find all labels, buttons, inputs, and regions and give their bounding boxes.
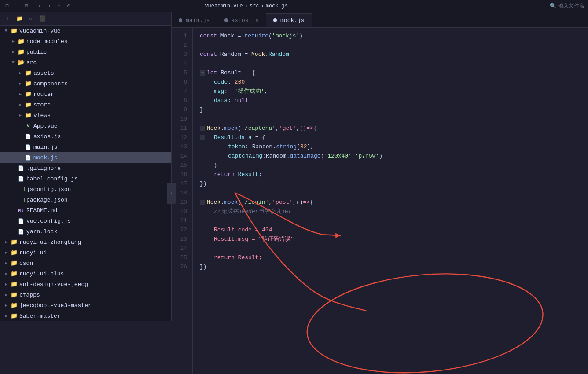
sidebar-item-label: public: [26, 49, 168, 55]
collapse-btn-19[interactable]: −: [200, 200, 205, 205]
sidebar-header: + 📁 ↺ ⬛: [0, 12, 171, 26]
tab-axios-js[interactable]: axios.js: [217, 13, 266, 27]
sidebar-item-jsconfig[interactable]: ▶ [ ] jsconfig.json: [0, 184, 171, 194]
sidebar-item-ruoyi-plus[interactable]: ▶ 📁 ruoyi-ui-plus: [0, 268, 171, 279]
line-num-4: 4: [172, 59, 192, 68]
new-file-icon[interactable]: +: [4, 15, 12, 23]
forward-icon[interactable]: ›: [46, 3, 53, 10]
collapse-all-icon[interactable]: ⬛: [38, 15, 47, 23]
lock-file-icon: 📄: [18, 228, 25, 235]
folder-icon: 📁: [25, 112, 32, 119]
sidebar-item-ruoyi-ui[interactable]: ▶ 📁 ruoyi-ui: [0, 247, 171, 258]
new-folder-icon[interactable]: 📁: [15, 15, 24, 23]
sidebar-item-label: views: [33, 112, 168, 119]
sidebar-item-csdn[interactable]: ▶ 📁 csdn: [0, 258, 171, 268]
line-num-5: 5: [172, 68, 192, 77]
sidebar-item-main-js[interactable]: ▶ 📄 main.js: [0, 142, 171, 152]
folder-icon: 📁: [18, 48, 25, 55]
js-file-icon: 📄: [25, 133, 32, 140]
line-num-11: 11: [172, 124, 192, 133]
titlebar-search: 🔍 输入文件名: [550, 2, 584, 10]
sidebar-item-vue-config[interactable]: ▶ 📄 vue.config.js: [0, 216, 171, 226]
folder-icon: 📁: [11, 270, 18, 277]
folder-icon: 📁: [11, 260, 18, 267]
sidebar-item-jeecgboot[interactable]: ▶ 📁 jeecgboot-vue3-master: [0, 300, 171, 311]
line-num-16: 16: [172, 170, 192, 179]
line-num-1: 1: [172, 31, 192, 40]
collapse-btn-5[interactable]: −: [200, 70, 205, 76]
sidebar-item-readme[interactable]: ▶ M↓ README.md: [0, 205, 171, 216]
tab-label: mock.js: [280, 17, 305, 24]
code-editor[interactable]: 1 2 3 4 5 6 7 8 9 10 11 12 13 14 15 16 1: [172, 28, 588, 374]
folder-icon: 📁: [11, 27, 18, 34]
sidebar-item-router[interactable]: ▶ 📁 router: [0, 89, 171, 99]
breadcrumb-file: mock.js: [266, 3, 288, 9]
collapse-btn-11[interactable]: −: [200, 126, 205, 131]
sidebar-item-components[interactable]: ▶ 📁 components: [0, 78, 171, 89]
sidebar-item-label: yarn.lock: [26, 228, 168, 235]
titlebar-icons: ⊞ — ⊡ ‹ › ⌂ ⊙: [4, 3, 72, 10]
line-num-14: 14: [172, 151, 192, 161]
code-line-23: Result.msg = "验证码错误": [200, 235, 588, 244]
sidebar-item-gitignore[interactable]: ▶ 📄 .gitignore: [0, 163, 171, 173]
js-file-icon-active: 📄: [25, 154, 32, 161]
sidebar-item-ant-design[interactable]: ▶ 📁 ant-design-vue-jeecg: [0, 279, 171, 290]
grid-icon[interactable]: ⊞: [4, 3, 11, 10]
code-line-12: − Result.data = {: [200, 133, 588, 142]
sidebar-item-saber[interactable]: ▶ 📁 Saber-master: [0, 311, 171, 321]
sidebar-item-ruoyi-zhongbang[interactable]: ▶ 📁 ruoyi-ui-zhongbang: [0, 237, 171, 247]
tree-arrow-open: ▶: [11, 60, 16, 65]
folder-icon: 📁: [11, 302, 18, 309]
line-num-21: 21: [172, 216, 192, 225]
sidebar-item-app-vue[interactable]: ▶ V App.vue: [0, 121, 171, 131]
sidebar-item-axios-js[interactable]: ▶ 📄 axios.js: [0, 131, 171, 142]
tab-mock-js[interactable]: mock.js: [266, 13, 312, 27]
sidebar-item-yarn-lock[interactable]: ▶ 📄 yarn.lock: [0, 226, 171, 237]
refresh-icon[interactable]: ↺: [26, 15, 35, 23]
sidebar-item-src[interactable]: ▶ 📂 src: [0, 57, 171, 68]
code-line-21: [200, 216, 588, 225]
sidebar-item-bfapps[interactable]: ▶ 📁 bfapps: [0, 290, 171, 300]
code-line-2: [200, 40, 588, 50]
history-icon[interactable]: ⊙: [65, 3, 72, 10]
sidebar-item-store[interactable]: ▶ 📁 store: [0, 99, 171, 110]
sidebar-item-babel-config[interactable]: ▶ 📄 babel.config.js: [0, 173, 171, 184]
tab-label: axios.js: [232, 17, 259, 24]
code-line-20: //无法在header当中存入jwt: [200, 207, 588, 216]
md-file-icon: M↓: [18, 207, 25, 214]
collapse-sidebar-button[interactable]: ‹: [167, 183, 176, 204]
maximize-icon[interactable]: ⊡: [23, 3, 30, 10]
line-num-26: 26: [172, 262, 192, 271]
sidebar-item-package-json[interactable]: ▶ [ ] package.json: [0, 194, 171, 205]
code-line-13: token: Random.string(32),: [200, 142, 588, 151]
sidebar-item-views[interactable]: ▶ 📁 views: [0, 110, 171, 121]
minimize-icon[interactable]: —: [13, 3, 20, 10]
code-line-17: }): [200, 179, 588, 188]
tree-arrow-open: ▶: [4, 28, 9, 33]
sidebar-item-vueadmin-vue[interactable]: ▶ 📁 vueadmin-vue: [0, 26, 171, 36]
sidebar-item-label: store: [33, 102, 168, 108]
tab-main-js[interactable]: main.js: [172, 13, 217, 27]
code-lines: const Mock = require('mockjs') const Ran…: [193, 28, 588, 374]
sidebar-item-node-modules[interactable]: ▶ 📁 node_modules: [0, 36, 171, 47]
search-placeholder: 输入文件名: [558, 2, 584, 10]
sidebar-wrapper: + 📁 ↺ ⬛ ▶ 📁 vueadmin-vue ▶ 📁 node_module…: [0, 12, 172, 374]
tabs-bar: main.js axios.js mock.js: [172, 12, 588, 28]
sidebar-item-label: package.json: [26, 197, 168, 203]
back-icon[interactable]: ‹: [36, 3, 43, 10]
line-num-3: 3: [172, 50, 192, 59]
tab-label: main.js: [186, 17, 210, 24]
code-line-9: }: [200, 105, 588, 114]
home-icon[interactable]: ⌂: [55, 3, 62, 10]
sidebar-item-label: jeecgboot-vue3-master: [19, 302, 168, 309]
code-line-18: [200, 188, 588, 198]
sidebar-item-mock-js[interactable]: ▶ 📄 mock.js: [0, 152, 171, 163]
editor-area: main.js axios.js mock.js 1 2 3 4 5 6: [172, 12, 588, 374]
folder-icon: 📁: [11, 238, 18, 246]
tree-arrow: ▶: [4, 239, 9, 245]
tree-arrow: ▶: [4, 313, 9, 319]
breadcrumb-root: vueadmin-vue: [205, 3, 243, 9]
sidebar-item-public[interactable]: ▶ 📁 public: [0, 47, 171, 57]
sidebar-item-assets[interactable]: ▶ 📁 assets: [0, 68, 171, 78]
collapse-btn-12[interactable]: −: [200, 135, 205, 140]
